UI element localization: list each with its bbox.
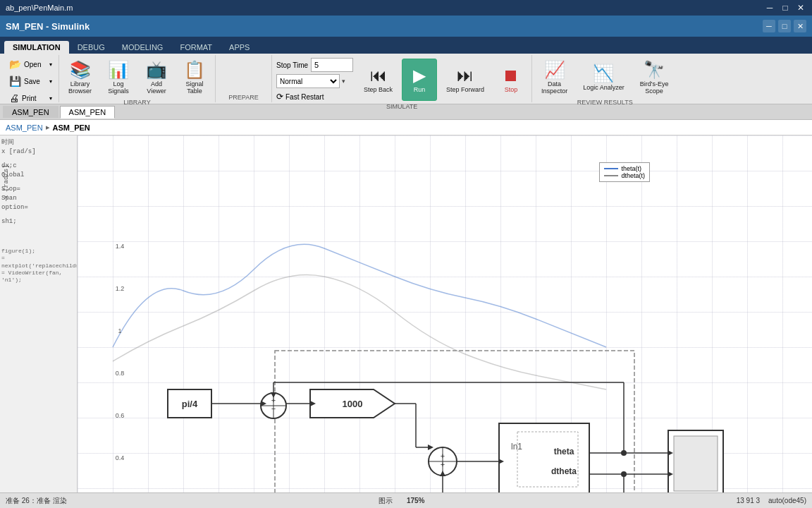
app-win-controls: ─ □ ✕ — [763, 20, 806, 32]
status-left: 准备 26：准备 渲染 — [6, 496, 67, 506]
model-tab-asm-pen-2[interactable]: ASM_PEN — [60, 106, 116, 119]
print-dropdown-icon[interactable]: ▾ — [49, 95, 52, 102]
stop-time-label: Stop Time — [276, 61, 308, 69]
model-tab-asm-pen-1[interactable]: ASM_PEN — [3, 106, 59, 118]
ribbon-group-simulate: Stop Time Normal ▾ ⟳ Fast Restart ⏮ Step… — [272, 55, 532, 102]
open-label: Open — [24, 61, 41, 68]
stop-label: Stop — [505, 86, 518, 93]
mode-row: Normal ▾ — [276, 74, 353, 88]
step-back-button[interactable]: ⏮ Step Back — [357, 59, 399, 101]
app-minimize-button[interactable]: ─ — [763, 20, 775, 32]
save-label: Save — [24, 78, 40, 85]
svg-rect-30 — [674, 436, 718, 491]
maximize-inner-button[interactable]: □ — [780, 2, 791, 13]
minimize-inner-button[interactable]: ─ — [764, 2, 775, 13]
breadcrumb-root[interactable]: ASM_PEN — [6, 123, 43, 132]
logic-analyzer-button[interactable]: 📉 Logic Analyzer — [577, 56, 631, 99]
open-button[interactable]: 📂 Open ▾ — [6, 56, 56, 72]
svg-text:1000: 1000 — [343, 399, 363, 409]
svg-text:0.8: 0.8 — [116, 370, 125, 377]
signal-table-button[interactable]: 📋 SignalTable — [177, 56, 212, 99]
tab-format[interactable]: FORMAT — [171, 41, 221, 54]
diagram-canvas[interactable]: theta(t) dtheta(t) pi/4 0 + − — [78, 135, 812, 492]
ribbon: 📂 Open ▾ 💾 Save ▾ 🖨 Print ▾ FILE 📚 Libra… — [0, 54, 812, 104]
library-browser-label: LibraryBrowser — [68, 80, 92, 95]
stop-icon: ⏹ — [503, 67, 519, 84]
run-button[interactable]: ▶ Run — [402, 59, 437, 101]
tab-debug[interactable]: DEBUG — [69, 41, 113, 54]
app-close-button[interactable]: ✕ — [794, 20, 806, 32]
svg-text:ln1: ln1 — [511, 442, 522, 452]
svg-text:0.6: 0.6 — [116, 412, 125, 419]
stop-time-input[interactable] — [311, 58, 353, 72]
simulate-top-row: Stop Time Normal ▾ ⟳ Fast Restart ⏮ Step… — [275, 56, 529, 103]
svg-text:pi/4: pi/4 — [182, 399, 198, 409]
logic-analyzer-icon: 📉 — [593, 65, 614, 82]
save-button[interactable]: 💾 Save ▾ — [6, 73, 56, 89]
inner-title-controls: ─ □ ✕ — [764, 2, 806, 13]
prepare-group-label: PREPARE — [219, 94, 269, 101]
fast-restart-label: Fast Restart — [285, 93, 324, 101]
status-right-values: 13 91 3 — [737, 497, 760, 504]
print-label: Print — [22, 95, 37, 102]
fast-restart-row: ⟳ Fast Restart — [276, 92, 353, 102]
inner-title-bar: ab_pen\PenMain.m ─ □ ✕ — [0, 0, 812, 16]
matlab-line: Span — [1, 194, 75, 203]
ribbon-tab-bar: SIMULATION DEBUG MODELING FORMAT APPS — [0, 37, 812, 54]
review-group-label: REVIEW RESULTS — [535, 99, 675, 106]
app-maximize-button[interactable]: □ — [778, 20, 791, 32]
diagram-svg: pi/4 0 + − + − 1000 500 + + — [78, 135, 812, 492]
run-icon: ▶ — [413, 67, 426, 84]
library-group-label: LIBRARY — [62, 99, 212, 106]
log-signals-button[interactable]: 📊 LogSignals — [101, 56, 136, 99]
main-area: 时间 x [rad/s] dx;c Global S;op= Span opti… — [0, 135, 812, 492]
matlab-line: x [rad/s] — [1, 147, 75, 157]
signal-table-label: SignalTable — [186, 80, 204, 95]
svg-text:0.4: 0.4 — [116, 454, 125, 461]
library-browser-icon: 📚 — [70, 61, 91, 78]
logic-analyzer-label: Logic Analyzer — [583, 84, 625, 91]
svg-text:1.4: 1.4 — [116, 243, 125, 250]
open-icon: 📂 — [9, 59, 21, 70]
svg-text:dtheta: dtheta — [551, 466, 577, 476]
status-auto-code: auto(ode45) — [768, 497, 806, 504]
tab-simulation[interactable]: SIMULATION — [4, 41, 69, 54]
stop-button[interactable]: ⏹ Stop — [493, 59, 529, 101]
print-button[interactable]: 🖨 Print ▾ — [6, 90, 56, 106]
fast-restart-icon: ⟳ — [276, 92, 283, 102]
breadcrumb-bar: ASM_PEN ▸ ASM_PEN — [0, 120, 812, 135]
file-buttons: 📂 Open ▾ 💾 Save ▾ 🖨 Print ▾ — [6, 56, 56, 106]
signal-table-icon: 📋 — [184, 61, 205, 78]
step-forward-icon: ⏭ — [457, 67, 474, 84]
data-inspector-button[interactable]: 📈 DataInspector — [535, 56, 574, 99]
svg-text:1.2: 1.2 — [116, 285, 125, 292]
ribbon-group-file: 📂 Open ▾ 💾 Save ▾ 🖨 Print ▾ FILE — [3, 55, 59, 102]
add-viewer-button[interactable]: 📺 AddViewer — [139, 56, 174, 99]
simulation-mode-select[interactable]: Normal — [276, 74, 340, 88]
step-back-icon: ⏮ — [370, 67, 387, 84]
data-inspector-icon: 📈 — [544, 61, 565, 78]
status-ready-text: 准备 26：准备 渲染 — [6, 496, 67, 506]
library-browser-button[interactable]: 📚 LibraryBrowser — [62, 56, 98, 99]
close-inner-button[interactable]: ✕ — [795, 2, 806, 13]
step-forward-label: Step Forward — [446, 86, 484, 93]
svg-marker-38 — [428, 445, 433, 450]
matlab-line: option= — [1, 203, 75, 212]
run-label: Run — [414, 86, 426, 93]
tab-apps[interactable]: APPS — [221, 41, 258, 54]
birds-eye-scope-button[interactable]: 🔭 Bird's-EyeScope — [634, 56, 675, 99]
matlab-output-text: 时间 x [rad/s] dx;c Global S;op= Span opti… — [1, 138, 75, 284]
step-forward-button[interactable]: ⏭ Step Forward — [440, 59, 491, 101]
log-signals-icon: 📊 — [108, 61, 129, 78]
stop-time-row: Stop Time — [276, 58, 353, 72]
open-dropdown-icon[interactable]: ▾ — [49, 61, 52, 68]
status-bar: 准备 26：准备 渲染 图示 175% 13 91 3 auto(ode45) — [0, 492, 812, 508]
mode-dropdown-icon[interactable]: ▾ — [342, 78, 345, 85]
save-dropdown-icon[interactable]: ▾ — [49, 78, 52, 85]
svg-text:theta: theta — [554, 447, 574, 456]
stop-time-area: Stop Time Normal ▾ ⟳ Fast Restart — [275, 56, 355, 103]
step-back-label: Step Back — [364, 86, 393, 93]
tab-modeling[interactable]: MODELING — [113, 41, 172, 54]
y-axis-label: x [rad/s] — [3, 157, 10, 199]
add-viewer-label: AddViewer — [147, 80, 166, 95]
